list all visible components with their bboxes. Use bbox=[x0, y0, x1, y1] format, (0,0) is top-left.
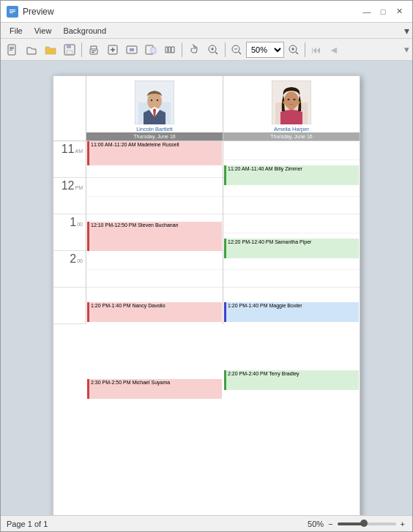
time-slot-1: 1 00 bbox=[53, 214, 86, 251]
events-col1: 11:00 AM-11:20 AM Madeleine Russell 12:1… bbox=[86, 141, 223, 324]
close-button[interactable]: ✕ bbox=[392, 4, 406, 19]
event-col1-1: 11:00 AM-11:20 AM Madeleine Russell bbox=[87, 141, 222, 165]
window-controls: — □ ✕ bbox=[360, 4, 406, 19]
toolbar-separator-3 bbox=[225, 42, 226, 57]
minimize-button[interactable]: — bbox=[360, 4, 374, 19]
svg-rect-6 bbox=[10, 48, 14, 49]
zoom-controls: 50% − + bbox=[308, 520, 406, 528]
calendar-header: Lincoln Bartlett Thursday, June 16 bbox=[53, 76, 360, 141]
toolbar-btn-6[interactable] bbox=[123, 41, 141, 59]
hour-11: 11 bbox=[62, 143, 75, 156]
hour-1: 1 bbox=[70, 216, 76, 229]
menu-background[interactable]: Background bbox=[57, 25, 112, 37]
menu-view[interactable]: View bbox=[29, 25, 58, 37]
toolbar-btn-2[interactable] bbox=[23, 41, 40, 59]
event-col1-2: 12:10 PM-12:50 PM Steven Buchanan bbox=[87, 222, 222, 251]
content-area[interactable]: Lincoln Bartlett Thursday, June 16 bbox=[1, 61, 412, 515]
zoom-out-button[interactable] bbox=[228, 42, 245, 58]
toolbar-btn-5[interactable] bbox=[104, 41, 122, 59]
col1-header: Lincoln Bartlett Thursday, June 16 bbox=[86, 76, 223, 141]
time-column: 11 AM 12 PM bbox=[53, 141, 86, 324]
zoom-slider[interactable] bbox=[338, 522, 396, 525]
svg-point-31 bbox=[288, 99, 290, 100]
time-gutter-header bbox=[53, 76, 86, 141]
toolbar-btn-save[interactable] bbox=[61, 41, 78, 59]
svg-rect-2 bbox=[10, 11, 15, 12]
person2-name: Amelia Harper bbox=[274, 126, 309, 132]
status-bar: Page 1 of 1 50% − + bbox=[1, 515, 412, 531]
toolbar: 50% 25% 75% 100% 150% 200% ⏮ ◄ ▾ bbox=[1, 39, 412, 61]
status-zoom-percent: 50% bbox=[308, 520, 324, 528]
zoom-minus-icon[interactable]: − bbox=[328, 520, 332, 528]
svg-point-26 bbox=[157, 100, 158, 101]
time-slot-2: 2 00 bbox=[53, 251, 86, 288]
window-title: Preview bbox=[23, 7, 54, 17]
title-bar-left: Preview bbox=[7, 6, 54, 18]
event-col1-3: 1:20 PM-1:40 PM Nancy Davolio bbox=[87, 302, 222, 322]
events-col2: 11:20 AM-11:40 AM Billy Zimmer 12:20 PM-… bbox=[223, 141, 360, 324]
toolbar-separator-1 bbox=[81, 42, 82, 57]
calendar-body: 11 AM 12 PM bbox=[53, 141, 360, 324]
svg-rect-11 bbox=[90, 49, 97, 54]
zoom-select[interactable]: 50% 25% 75% 100% 150% 200% bbox=[246, 42, 284, 58]
svg-rect-1 bbox=[10, 10, 15, 10]
event-col2-1: 11:20 AM-11:40 AM Billy Zimmer bbox=[224, 165, 359, 185]
event-col2-3: 1:20 PM-1:40 PM Maggie Boxter bbox=[224, 302, 359, 322]
person1-photo bbox=[135, 80, 174, 124]
time-slot-11: 11 AM bbox=[53, 141, 86, 178]
toolbar-separator-4 bbox=[305, 42, 305, 57]
prev-page-button[interactable]: ◄ bbox=[326, 42, 342, 58]
menu-bar: File View Background ▾ bbox=[1, 23, 412, 39]
hand-tool-button[interactable] bbox=[185, 41, 203, 59]
period-12: PM bbox=[75, 185, 83, 190]
main-window: Preview — □ ✕ File View Background ▾ bbox=[0, 0, 413, 532]
col2-date: Thursday, June 16 bbox=[223, 132, 360, 141]
person1-header: Lincoln Bartlett bbox=[86, 76, 223, 132]
hour-2: 2 bbox=[70, 252, 76, 266]
zoom-plus-icon[interactable]: + bbox=[401, 520, 405, 528]
toolbar-btn-3[interactable] bbox=[42, 41, 59, 59]
zoom-slider-thumb[interactable] bbox=[360, 520, 368, 527]
period-11: AM bbox=[75, 149, 83, 154]
toolbar-expand-icon[interactable]: ▾ bbox=[404, 44, 409, 55]
period-2: 00 bbox=[77, 258, 83, 263]
svg-rect-17 bbox=[151, 48, 156, 53]
menu-expand-icon[interactable]: ▾ bbox=[404, 25, 409, 37]
time-slot-extra bbox=[53, 288, 86, 324]
col1-date: Thursday, June 16 bbox=[86, 132, 223, 141]
calendar: Lincoln Bartlett Thursday, June 16 bbox=[53, 76, 360, 324]
zoom-fit-button[interactable] bbox=[286, 42, 302, 58]
toolbar-btn-8[interactable] bbox=[161, 41, 179, 59]
svg-rect-7 bbox=[10, 50, 12, 50]
menu-file[interactable]: File bbox=[4, 25, 29, 37]
toolbar-btn-1[interactable] bbox=[4, 41, 21, 59]
first-page-button[interactable]: ⏮ bbox=[308, 42, 324, 58]
svg-rect-13 bbox=[92, 52, 94, 53]
event-col2-4: 2:20 PM-2:40 PM Terry Bradley bbox=[224, 370, 359, 390]
svg-point-32 bbox=[294, 99, 296, 100]
period-1: 00 bbox=[77, 222, 83, 227]
svg-rect-10 bbox=[67, 50, 72, 54]
person1-name: Lincoln Bartlett bbox=[136, 126, 173, 132]
col2-header: Amelia Harper Thursday, June 16 bbox=[223, 76, 360, 141]
event-col2-2: 12:20 PM-12:40 PM Samantha Piper bbox=[224, 239, 359, 258]
app-icon bbox=[7, 6, 18, 18]
page-info: Page 1 of 1 bbox=[7, 520, 48, 528]
svg-rect-9 bbox=[67, 45, 71, 48]
hour-12: 12 bbox=[62, 179, 75, 192]
toolbar-separator-2 bbox=[182, 42, 182, 57]
svg-rect-12 bbox=[92, 50, 96, 51]
svg-point-30 bbox=[284, 91, 299, 109]
svg-rect-3 bbox=[10, 12, 13, 13]
svg-point-34 bbox=[298, 102, 300, 104]
zoom-in-button[interactable] bbox=[204, 41, 222, 59]
toolbar-btn-print[interactable] bbox=[85, 41, 103, 59]
person2-photo bbox=[272, 80, 311, 124]
page-preview: Lincoln Bartlett Thursday, June 16 bbox=[53, 75, 360, 515]
toolbar-btn-7[interactable] bbox=[142, 41, 160, 59]
svg-rect-5 bbox=[10, 47, 14, 48]
maximize-button[interactable]: □ bbox=[376, 4, 390, 19]
svg-point-33 bbox=[283, 102, 285, 104]
events-overlay-col2: 11:20 AM-11:40 AM Billy Zimmer 12:20 PM-… bbox=[223, 141, 360, 324]
time-slot-12: 12 PM bbox=[53, 178, 86, 214]
